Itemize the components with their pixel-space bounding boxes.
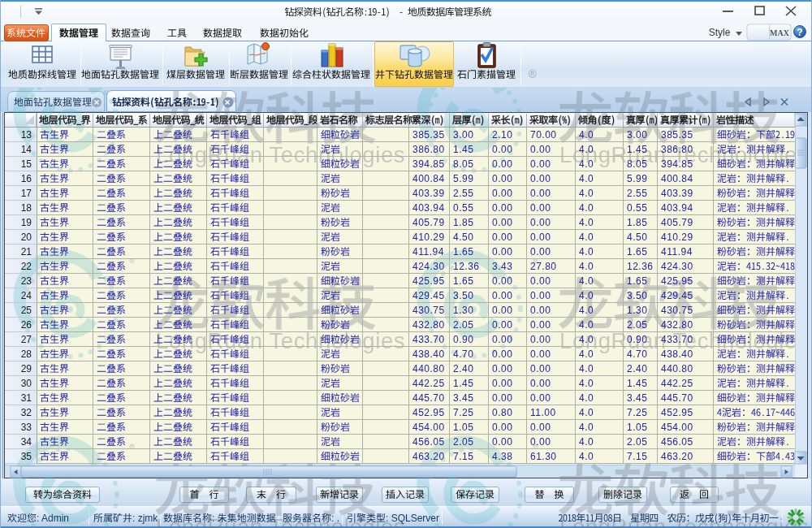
svg-text:0.00: 0.00 xyxy=(492,232,512,243)
svg-text:32: 32 xyxy=(21,407,32,418)
svg-text:4.0: 4.0 xyxy=(579,334,594,345)
svg-text:386.80: 386.80 xyxy=(412,144,445,155)
svg-text:26: 26 xyxy=(21,319,32,331)
svg-text:4.50: 4.50 xyxy=(627,232,647,243)
svg-text:2.05: 2.05 xyxy=(453,436,473,448)
svg-text:1.45: 1.45 xyxy=(453,144,473,155)
svg-text:4.0: 4.0 xyxy=(579,392,594,404)
svg-text:0.90: 0.90 xyxy=(627,334,647,345)
svg-text:0.00: 0.00 xyxy=(492,217,512,228)
svg-text:0.00: 0.00 xyxy=(492,378,512,389)
svg-text:20: 20 xyxy=(21,232,32,243)
svg-text:0.90: 0.90 xyxy=(453,334,473,345)
svg-text::: : xyxy=(212,513,214,524)
svg-text:MAX: MAX xyxy=(770,28,790,37)
svg-text:410.29: 410.29 xyxy=(661,232,693,243)
svg-text:1.65: 1.65 xyxy=(627,246,647,258)
svg-text:0.00: 0.00 xyxy=(530,348,551,360)
svg-text:4.0: 4.0 xyxy=(579,261,594,272)
svg-text:4.70: 4.70 xyxy=(627,348,647,360)
svg-text:8.05: 8.05 xyxy=(453,158,473,170)
svg-text:1.65: 1.65 xyxy=(627,275,647,287)
svg-text:4.0: 4.0 xyxy=(579,202,594,214)
svg-text:463.20: 463.20 xyxy=(412,451,445,462)
svg-text:405.79: 405.79 xyxy=(412,217,445,228)
svg-text:3.45: 3.45 xyxy=(627,392,647,404)
svg-text:18: 18 xyxy=(21,202,32,214)
svg-text:70.00: 70.00 xyxy=(530,129,557,141)
svg-text:28: 28 xyxy=(21,348,32,360)
svg-text:17: 17 xyxy=(21,188,32,199)
svg-text:1.45: 1.45 xyxy=(453,378,473,389)
svg-text:0.55: 0.55 xyxy=(627,202,647,214)
svg-text:2.05: 2.05 xyxy=(453,319,473,331)
svg-text:386.80: 386.80 xyxy=(661,144,693,155)
svg-text:0.00: 0.00 xyxy=(492,290,512,301)
svg-text:0.00: 0.00 xyxy=(492,202,512,214)
svg-text:2.05: 2.05 xyxy=(627,436,647,448)
svg-text:: .: : . xyxy=(331,513,339,524)
svg-text:394.85: 394.85 xyxy=(661,158,693,170)
svg-text:454.00: 454.00 xyxy=(661,422,693,433)
svg-text:0.00: 0.00 xyxy=(530,334,551,345)
svg-text:0.00: 0.00 xyxy=(530,173,551,184)
svg-text:430.75: 430.75 xyxy=(661,305,693,316)
svg-text:0.00: 0.00 xyxy=(492,275,512,287)
svg-text:33: 33 xyxy=(21,422,32,433)
svg-text:385.35: 385.35 xyxy=(412,129,445,141)
svg-text:3.00: 3.00 xyxy=(627,129,647,141)
svg-text:34: 34 xyxy=(21,436,32,448)
svg-text:0.00: 0.00 xyxy=(492,436,512,448)
svg-text:0.00: 0.00 xyxy=(530,188,551,199)
svg-text:0.00: 0.00 xyxy=(530,275,551,287)
svg-text:410.29: 410.29 xyxy=(412,232,445,243)
svg-text:4.0: 4.0 xyxy=(579,232,594,243)
svg-text:442.25: 442.25 xyxy=(412,378,445,389)
svg-text:0.00: 0.00 xyxy=(492,363,512,374)
svg-text:0.00: 0.00 xyxy=(492,319,512,331)
svg-text:438.40: 438.40 xyxy=(412,348,445,360)
svg-text:7.15: 7.15 xyxy=(453,451,473,462)
svg-text:456.05: 456.05 xyxy=(412,436,445,448)
svg-text:7.15: 7.15 xyxy=(627,451,647,462)
svg-text:440.80: 440.80 xyxy=(412,363,445,374)
svg-text:Style: Style xyxy=(709,27,731,38)
svg-text:1.65: 1.65 xyxy=(453,275,473,287)
svg-text:438.40: 438.40 xyxy=(661,348,693,360)
svg-text:0.80: 0.80 xyxy=(492,407,512,418)
svg-text:35: 35 xyxy=(21,451,32,462)
svg-text:27.80: 27.80 xyxy=(530,261,557,272)
svg-text:16: 16 xyxy=(21,173,32,184)
svg-text:440.80: 440.80 xyxy=(661,363,693,374)
svg-text:4.0: 4.0 xyxy=(579,158,594,170)
svg-text:4.0: 4.0 xyxy=(579,217,594,228)
svg-text:0.00: 0.00 xyxy=(530,363,551,374)
svg-text:433.70: 433.70 xyxy=(661,334,693,345)
svg-text:2.05: 2.05 xyxy=(627,319,647,331)
svg-text:424.30: 424.30 xyxy=(412,261,445,272)
svg-text:0.00: 0.00 xyxy=(530,305,551,316)
svg-text:445.70: 445.70 xyxy=(661,392,693,404)
svg-text:425.95: 425.95 xyxy=(412,275,445,287)
svg-text:12.36: 12.36 xyxy=(453,261,480,272)
svg-text:0.00: 0.00 xyxy=(492,173,512,184)
svg-text:0.00: 0.00 xyxy=(530,158,551,170)
svg-text:0.00: 0.00 xyxy=(530,232,551,243)
svg-text:0.00: 0.00 xyxy=(492,392,512,404)
svg-text:1.45: 1.45 xyxy=(627,144,647,155)
svg-text:1.45: 1.45 xyxy=(627,378,647,389)
svg-text:403.94: 403.94 xyxy=(412,202,445,214)
svg-text:3.45: 3.45 xyxy=(453,392,473,404)
svg-text:0.00: 0.00 xyxy=(492,158,512,170)
svg-text:0.00: 0.00 xyxy=(530,422,551,433)
svg-text:4.0: 4.0 xyxy=(579,246,594,258)
svg-text:424.30: 424.30 xyxy=(661,261,693,272)
svg-text:30: 30 xyxy=(21,378,32,389)
svg-text:8.05: 8.05 xyxy=(627,158,647,170)
svg-text:29: 29 xyxy=(21,363,32,374)
svg-text:4.0: 4.0 xyxy=(579,129,594,141)
svg-text:3.43: 3.43 xyxy=(492,261,512,272)
svg-text:452.95: 452.95 xyxy=(661,407,693,418)
svg-text:3.00: 3.00 xyxy=(453,129,473,141)
svg-text:0.00: 0.00 xyxy=(492,422,512,433)
